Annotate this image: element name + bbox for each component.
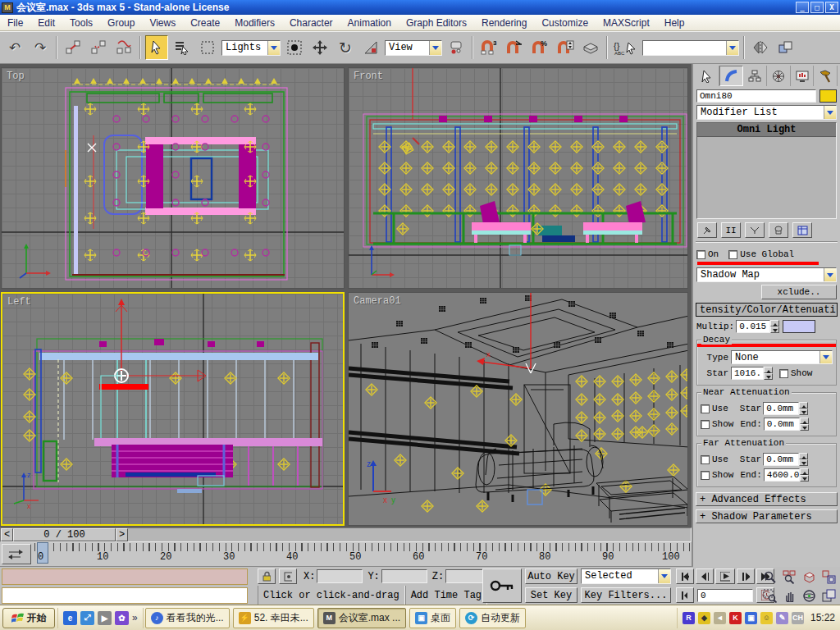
align-icon[interactable]: [774, 35, 797, 60]
auto-key-button[interactable]: Auto Key: [525, 568, 578, 584]
track-bar[interactable]: 0 10 20 30 40 50 60 70 80 90 100: [0, 542, 692, 567]
set-keys-big-button[interactable]: [482, 568, 522, 603]
play-button[interactable]: [715, 568, 735, 584]
mirror-icon[interactable]: [749, 35, 772, 60]
far-use-checkbox[interactable]: [701, 455, 710, 464]
time-slider-next-button[interactable]: >: [116, 528, 128, 541]
tab-modify[interactable]: [719, 66, 744, 86]
pin-stack-button[interactable]: [697, 222, 717, 238]
multiplier-spinner[interactable]: [770, 320, 779, 333]
viewport-camera[interactable]: Camera01: [348, 292, 688, 526]
redo-icon[interactable]: ↷: [29, 35, 52, 60]
viewport-top[interactable]: Top: [1, 67, 345, 289]
modifier-list-combo[interactable]: Modifier List: [696, 105, 837, 120]
angle-snap-toggle-icon[interactable]: [503, 35, 526, 60]
select-and-rotate-icon[interactable]: ↻: [334, 35, 357, 60]
menu-views[interactable]: Views: [142, 16, 183, 30]
show-end-result-button[interactable]: II: [721, 222, 741, 238]
menu-create[interactable]: Create: [183, 16, 227, 30]
render-shortcuts-icon[interactable]: [579, 35, 602, 60]
zoom-all-icon[interactable]: [780, 568, 799, 586]
tab-motion[interactable]: [767, 66, 791, 86]
shadow-type-combo[interactable]: Shadow Map: [696, 267, 837, 282]
select-and-scale-icon[interactable]: [359, 35, 382, 60]
next-frame-button[interactable]: [737, 568, 755, 584]
viewport-left[interactable]: Left: [1, 292, 345, 526]
chevron-down-icon[interactable]: [824, 268, 836, 281]
y-field[interactable]: [381, 569, 427, 583]
shadows-on-checkbox[interactable]: [696, 250, 705, 259]
time-slider-prev-button[interactable]: <: [1, 528, 13, 541]
percent-snap-icon[interactable]: %: [528, 35, 551, 60]
far-start-field[interactable]: 0.0mm: [763, 453, 799, 466]
stack-item-omni-light[interactable]: Omni Light: [697, 123, 836, 137]
maxscript-listener-white[interactable]: [2, 587, 248, 604]
light-color-swatch[interactable]: [819, 89, 837, 103]
menu-tools[interactable]: Tools: [62, 16, 100, 30]
x-field[interactable]: [317, 569, 363, 583]
select-by-name-icon[interactable]: [171, 35, 194, 60]
decay-type-combo[interactable]: None: [731, 350, 833, 364]
use-global-checkbox[interactable]: [728, 250, 737, 259]
tray-icon-ime[interactable]: ◆: [698, 612, 710, 624]
select-and-move-icon[interactable]: [308, 35, 331, 60]
key-selection-combo[interactable]: Selected: [581, 568, 671, 584]
menu-group[interactable]: Group: [100, 16, 142, 30]
go-to-start-button[interactable]: [676, 568, 694, 584]
chevron-down-icon[interactable]: [726, 41, 738, 55]
chevron-down-icon[interactable]: [267, 41, 280, 55]
track-bar-ruler[interactable]: 0 10 20 30 40 50 60 70 80 90 100: [34, 542, 692, 567]
min-max-toggle-icon[interactable]: [819, 587, 838, 605]
modifier-stack[interactable]: Omni Light: [696, 122, 837, 219]
set-key-button[interactable]: Set Key: [525, 587, 578, 603]
menu-modifiers[interactable]: Modifiers: [227, 16, 282, 30]
menu-edit[interactable]: Edit: [30, 16, 62, 30]
chevron-down-icon[interactable]: [819, 351, 832, 363]
named-selection-sets-icon[interactable]: {}ABC: [612, 35, 640, 60]
key-filters-button[interactable]: Key Filters...: [581, 587, 671, 603]
decay-start-field[interactable]: 1016.: [731, 367, 764, 380]
tray-icon-6[interactable]: ☺: [760, 612, 773, 624]
near-end-field[interactable]: 0.0mm: [764, 418, 800, 431]
show-desktop-icon[interactable]: ⤢: [80, 611, 94, 625]
start-button[interactable]: 开始: [2, 608, 55, 628]
add-time-tag[interactable]: Add Time Tag: [405, 586, 487, 605]
taskbar-item-update[interactable]: ⟳ 自动更新: [459, 608, 526, 628]
unlink-selection-icon[interactable]: [87, 35, 110, 60]
menu-animation[interactable]: Animation: [340, 16, 399, 30]
use-pivot-point-center-icon[interactable]: [445, 35, 468, 60]
select-and-link-icon[interactable]: [62, 35, 84, 60]
decay-show-checkbox[interactable]: [779, 369, 788, 378]
language-indicator[interactable]: CH: [792, 612, 804, 624]
multiplier-field[interactable]: 0.015: [736, 320, 770, 333]
exclude-button[interactable]: xclude..: [761, 285, 837, 299]
shadow-parameters-rollout[interactable]: + Shadow Parameters: [696, 509, 838, 523]
quick-launch-overflow[interactable]: »: [132, 612, 138, 623]
previous-frame-button[interactable]: [696, 568, 714, 584]
taskbar-item-3dsmax[interactable]: M 会议室.max ...: [317, 608, 406, 628]
network-icon[interactable]: ▣: [745, 612, 757, 624]
near-start-field[interactable]: 0.0mm: [763, 402, 799, 415]
chevron-down-icon[interactable]: [429, 41, 441, 55]
menu-help[interactable]: Help: [657, 16, 692, 30]
near-end-spinner[interactable]: [800, 418, 809, 431]
time-slider-handle[interactable]: 0 / 100: [13, 528, 116, 541]
menu-customize[interactable]: Customize: [534, 16, 596, 30]
viewport-front-label[interactable]: Front: [354, 71, 383, 82]
time-slider[interactable]: < 0 / 100 >: [0, 527, 692, 542]
spinner-snap-icon[interactable]: [554, 35, 577, 60]
maximize-button[interactable]: □: [810, 2, 824, 13]
intensity-rollout-header[interactable]: tensity/Color/Attenuati: [696, 303, 838, 317]
chevron-down-icon[interactable]: [824, 106, 836, 119]
current-frame-field[interactable]: 0: [697, 589, 753, 602]
taskbar-item-media[interactable]: ♪ 看看我的光...: [145, 608, 230, 628]
far-end-field[interactable]: 4600.0: [764, 468, 800, 482]
ie-icon[interactable]: e: [63, 611, 77, 625]
tab-create[interactable]: [696, 66, 719, 86]
absolute-mode-icon[interactable]: [279, 568, 297, 584]
media-player-icon[interactable]: ▶: [98, 611, 112, 625]
region-zoom-icon[interactable]: [760, 587, 779, 605]
light-color-value-swatch[interactable]: [783, 320, 815, 333]
configure-modifier-sets-button[interactable]: [792, 222, 812, 238]
bind-to-space-warp-icon[interactable]: [112, 35, 135, 60]
